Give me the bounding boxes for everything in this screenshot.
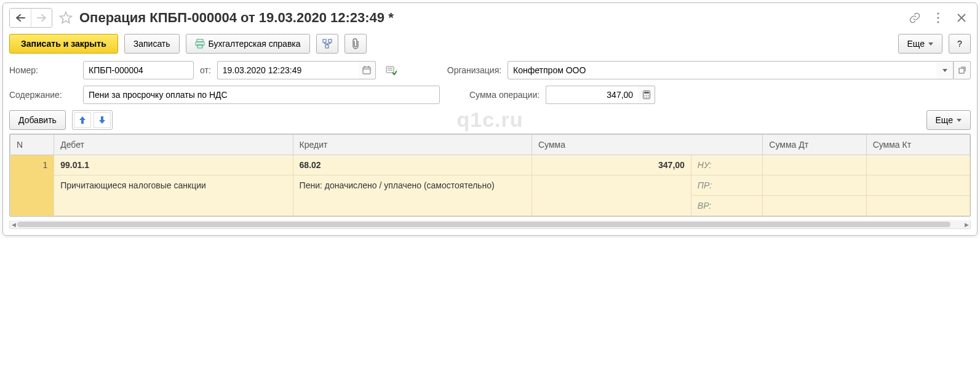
desc-label: Содержание:: [9, 90, 77, 100]
arrow-up-icon: [79, 116, 86, 124]
page-title: Операция КПБП-000004 от 19.03.2020 12:23…: [79, 10, 903, 26]
col-sum[interactable]: Сумма: [532, 135, 762, 155]
main-toolbar: Записать и закрыть Записать Бухгалтерска…: [9, 34, 971, 54]
svg-point-16: [648, 95, 649, 96]
link-icon[interactable]: [908, 11, 922, 25]
sum-dt-nu[interactable]: [763, 155, 866, 175]
sum-input[interactable]: [546, 86, 638, 104]
number-input[interactable]: [83, 61, 194, 79]
chevron-down-icon: [957, 119, 962, 122]
sum-input-group: [546, 86, 655, 104]
sum-dt-vr[interactable]: [763, 196, 866, 216]
move-down-button[interactable]: [94, 112, 111, 128]
svg-rect-6: [323, 39, 326, 42]
scroll-right-icon[interactable]: ▶: [963, 220, 970, 228]
svg-rect-7: [329, 39, 332, 42]
svg-point-2: [937, 21, 939, 23]
arrow-left-icon: [15, 14, 25, 22]
svg-rect-4: [196, 42, 204, 46]
favorite-star-icon[interactable]: [57, 9, 74, 26]
org-dropdown-button[interactable]: [936, 61, 954, 79]
close-icon[interactable]: [955, 11, 968, 25]
org-input-group: [508, 61, 971, 79]
move-up-button[interactable]: [74, 112, 91, 128]
sum-label: Сумма операции:: [469, 90, 540, 100]
more-label: Еще: [907, 39, 925, 49]
desc-input[interactable]: [83, 86, 440, 104]
help-button[interactable]: ?: [949, 34, 971, 54]
svg-rect-5: [197, 44, 202, 48]
sublabel-vr: ВР:: [691, 196, 763, 216]
table-row[interactable]: 1 99.01.1 68.02 347,00 НУ:: [10, 155, 970, 175]
accounting-note-button[interactable]: Бухгалтерская справка: [186, 34, 310, 54]
svg-rect-8: [325, 45, 329, 48]
grid-header-row: N Дебет Кредит Сумма Сумма Дт Сумма Кт: [10, 135, 970, 155]
org-open-button[interactable]: [954, 61, 971, 79]
credit-account-cell[interactable]: 68.02: [293, 155, 532, 175]
sum-cell[interactable]: 347,00: [532, 155, 691, 175]
add-row-button[interactable]: Добавить: [9, 110, 66, 130]
forward-button[interactable]: [31, 9, 52, 27]
form-row-1: Номер: от: Организация:: [9, 61, 971, 79]
org-label: Организация:: [447, 65, 501, 75]
calculator-button[interactable]: [638, 86, 655, 104]
move-row-buttons: [72, 110, 113, 130]
arrow-right-icon: [37, 14, 47, 22]
calendar-button[interactable]: [359, 61, 376, 79]
svg-rect-10: [386, 66, 394, 73]
table-more-label: Еще: [936, 115, 954, 125]
svg-point-1: [937, 17, 939, 18]
debit-analytic-cell[interactable]: Причитающиеся налоговые санкции: [54, 175, 293, 216]
org-input[interactable]: [508, 61, 936, 79]
col-sum-dt[interactable]: Сумма Дт: [763, 135, 866, 155]
save-and-close-button[interactable]: Записать и закрыть: [9, 34, 118, 54]
date-label: от:: [200, 65, 211, 75]
sum-kt-vr[interactable]: [866, 196, 970, 216]
scroll-left-icon[interactable]: ◀: [10, 220, 17, 228]
attachment-button[interactable]: [345, 34, 367, 54]
table-more-button[interactable]: Еще: [926, 110, 971, 130]
svg-point-19: [648, 97, 649, 98]
kebab-menu-icon[interactable]: [931, 11, 945, 25]
credit-analytic-cell[interactable]: Пени: доначислено / уплачено (самостояте…: [293, 175, 532, 216]
status-icon[interactable]: [384, 63, 398, 77]
date-input[interactable]: [217, 61, 359, 79]
table-toolbar: Добавить Еще: [9, 110, 971, 130]
accounting-note-label: Бухгалтерская справка: [209, 39, 301, 49]
svg-point-0: [937, 12, 939, 14]
svg-rect-13: [644, 92, 649, 94]
more-button[interactable]: Еще: [898, 34, 943, 54]
sum-kt-nu[interactable]: [866, 155, 970, 175]
col-n[interactable]: N: [10, 135, 54, 155]
svg-point-17: [644, 97, 645, 98]
scrollbar-thumb[interactable]: [17, 222, 950, 227]
svg-rect-3: [197, 39, 203, 42]
col-debit[interactable]: Дебет: [54, 135, 293, 155]
sum-cell-empty[interactable]: [532, 175, 691, 216]
tree-icon: [322, 39, 332, 49]
svg-point-15: [646, 95, 647, 96]
svg-rect-11: [959, 68, 964, 73]
sum-kt-pr[interactable]: [866, 175, 970, 196]
date-input-group: [217, 61, 376, 79]
debit-account-cell[interactable]: 99.01.1: [54, 155, 293, 175]
titlebar: Операция КПБП-000004 от 19.03.2020 12:23…: [9, 8, 971, 28]
svg-rect-9: [363, 67, 370, 74]
structure-button[interactable]: [316, 34, 338, 54]
printer-icon: [195, 39, 205, 49]
col-sum-kt[interactable]: Сумма Кт: [866, 135, 970, 155]
paperclip-icon: [351, 38, 361, 49]
chevron-down-icon: [942, 69, 947, 72]
save-button[interactable]: Записать: [124, 34, 180, 54]
calculator-icon: [643, 90, 650, 99]
svg-point-14: [644, 95, 645, 96]
back-button[interactable]: [10, 9, 31, 27]
open-external-icon: [958, 66, 966, 74]
col-credit[interactable]: Кредит: [293, 135, 532, 155]
sublabel-nu: НУ:: [691, 155, 763, 175]
entries-grid: N Дебет Кредит Сумма Сумма Дт Сумма Кт 1…: [9, 134, 971, 217]
arrow-down-icon: [98, 116, 106, 124]
table-row[interactable]: Причитающиеся налоговые санкции Пени: до…: [10, 175, 970, 196]
sum-dt-pr[interactable]: [763, 175, 866, 196]
horizontal-scrollbar[interactable]: ◀ ▶: [9, 220, 971, 229]
